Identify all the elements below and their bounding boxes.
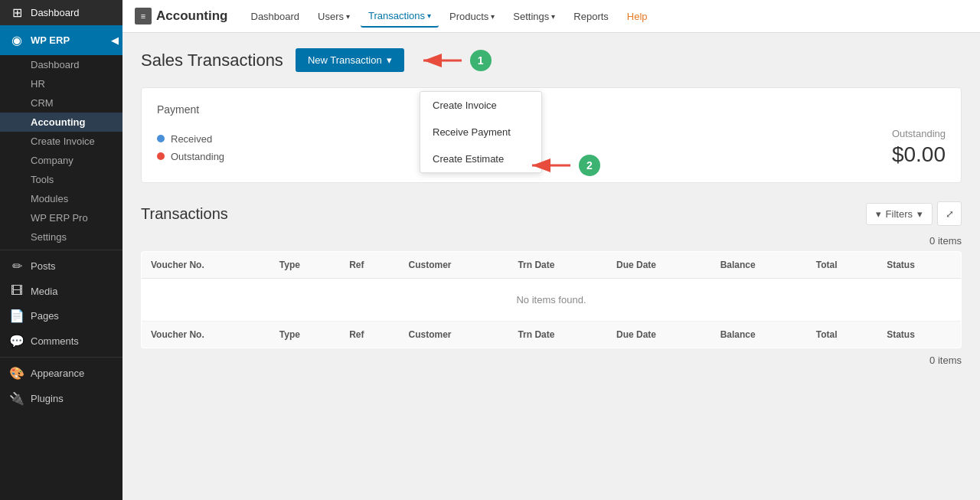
footer-col-due-date: Due Date bbox=[607, 322, 711, 348]
sidebar-item-dashboard[interactable]: ⊞ Dashboard bbox=[0, 0, 122, 25]
sidebar-item-posts[interactable]: ✏ Posts bbox=[0, 253, 122, 279]
sidebar-item-sub-wperp-pro[interactable]: WP ERP Pro bbox=[0, 208, 122, 227]
dropdown-receive-payment[interactable]: Receive Payment bbox=[420, 119, 541, 145]
outstanding-section: Outstanding $0.00 bbox=[892, 128, 946, 167]
topnav-products[interactable]: Products ▾ bbox=[442, 6, 502, 27]
accounting-logo-icon: ≡ bbox=[135, 8, 152, 25]
posts-icon: ✏ bbox=[9, 259, 24, 273]
topnav-reports[interactable]: Reports bbox=[566, 6, 616, 27]
new-transaction-dropdown-icon: ▾ bbox=[387, 54, 392, 66]
sidebar-item-media[interactable]: 🎞 Media bbox=[0, 279, 122, 303]
filters-button[interactable]: ▾ Filters ▾ bbox=[866, 203, 933, 225]
outstanding-amount: $0.00 bbox=[892, 142, 946, 167]
export-icon: ⤢ bbox=[946, 208, 954, 220]
sidebar-item-sub-accounting[interactable]: Accounting bbox=[0, 113, 122, 132]
sidebar-item-sub-tools[interactable]: Tools bbox=[0, 170, 122, 189]
payment-stats: Received Outstanding Outstanding $0.00 bbox=[157, 128, 946, 167]
filters-chevron-icon: ▾ bbox=[917, 208, 923, 220]
dropdown-create-estimate[interactable]: Create Estimate bbox=[420, 145, 541, 172]
col-trn-date: Trn Date bbox=[508, 252, 607, 279]
table-no-items-row: No items found. bbox=[142, 279, 962, 322]
filter-icon: ▾ bbox=[876, 208, 881, 220]
topnav-transactions[interactable]: Transactions ▾ bbox=[361, 5, 439, 28]
sidebar-item-appearance[interactable]: 🎨 Appearance bbox=[0, 361, 122, 386]
top-navigation: ≡ Accounting Dashboard Users ▾ Transacti… bbox=[122, 0, 980, 33]
filter-group: ▾ Filters ▾ ⤢ bbox=[866, 201, 962, 226]
table-footer-row: Voucher No. Type Ref Customer Trn Date D… bbox=[142, 322, 962, 348]
wperp-arrow-icon: ◀ bbox=[107, 25, 122, 55]
transactions-chevron-icon: ▾ bbox=[427, 11, 431, 20]
sidebar-item-sub-settings[interactable]: Settings bbox=[0, 227, 122, 247]
sidebar: ⊞ Dashboard ◉ WP ERP ◀ Dashboard HR CRM … bbox=[0, 0, 122, 500]
transactions-section-header: Transactions ▾ Filters ▾ ⤢ bbox=[141, 201, 962, 226]
sidebar-item-sub-dashboard[interactable]: Dashboard bbox=[0, 55, 122, 74]
table-header-row: Voucher No. Type Ref Customer Trn Date D… bbox=[142, 252, 962, 279]
users-chevron-icon: ▾ bbox=[346, 12, 350, 21]
settings-chevron-icon: ▾ bbox=[551, 12, 555, 21]
topnav-help[interactable]: Help bbox=[619, 6, 655, 27]
page-content: Sales Transactions New Transaction ▾ bbox=[122, 33, 980, 500]
sidebar-item-sub-create-invoice[interactable]: Create Invoice bbox=[0, 132, 122, 151]
payment-card-title: Payment bbox=[157, 103, 946, 116]
footer-col-trn-date: Trn Date bbox=[508, 322, 607, 348]
col-status: Status bbox=[877, 252, 961, 279]
footer-col-status: Status bbox=[877, 322, 961, 348]
footer-col-customer: Customer bbox=[400, 322, 509, 348]
sidebar-item-sub-company[interactable]: Company bbox=[0, 151, 122, 170]
products-chevron-icon: ▾ bbox=[491, 12, 495, 21]
col-customer: Customer bbox=[400, 252, 509, 279]
wperp-icon: ◉ bbox=[9, 33, 24, 47]
new-transaction-button[interactable]: New Transaction ▾ bbox=[296, 48, 404, 72]
sidebar-item-wperp[interactable]: ◉ WP ERP ◀ bbox=[0, 25, 122, 55]
col-ref: Ref bbox=[340, 252, 399, 279]
sidebar-item-sub-modules[interactable]: Modules bbox=[0, 189, 122, 208]
payment-card: Payment Received Outstanding Outstanding… bbox=[141, 87, 962, 183]
topnav-users[interactable]: Users ▾ bbox=[310, 6, 358, 27]
comments-icon: 💬 bbox=[9, 334, 24, 348]
new-transaction-dropdown: Create Invoice Receive Payment Create Es… bbox=[420, 91, 542, 173]
media-icon: 🎞 bbox=[9, 284, 24, 298]
outstanding-dot bbox=[157, 152, 165, 160]
main-content: ≡ Accounting Dashboard Users ▾ Transacti… bbox=[122, 0, 980, 500]
footer-col-ref: Ref bbox=[340, 322, 399, 348]
sidebar-item-sub-crm[interactable]: CRM bbox=[0, 93, 122, 113]
footer-col-type: Type bbox=[270, 322, 340, 348]
topnav-dashboard[interactable]: Dashboard bbox=[243, 6, 308, 27]
col-voucher: Voucher No. bbox=[142, 252, 270, 279]
outstanding-label: Outstanding bbox=[892, 128, 946, 139]
footer-col-balance: Balance bbox=[711, 322, 807, 348]
legend-received: Received bbox=[157, 133, 224, 145]
transactions-table: Voucher No. Type Ref Customer Trn Date D… bbox=[141, 251, 962, 348]
payment-legend: Received Outstanding bbox=[157, 133, 224, 162]
legend-outstanding: Outstanding bbox=[157, 151, 224, 162]
plugins-icon: 🔌 bbox=[9, 391, 24, 406]
sidebar-item-pages[interactable]: 📄 Pages bbox=[0, 303, 122, 328]
received-dot bbox=[157, 135, 165, 142]
footer-col-total: Total bbox=[807, 322, 877, 348]
dropdown-create-invoice[interactable]: Create Invoice bbox=[420, 92, 541, 119]
sidebar-item-comments[interactable]: 💬 Comments bbox=[0, 328, 122, 354]
dashboard-icon: ⊞ bbox=[9, 5, 24, 20]
sidebar-item-sub-hr[interactable]: HR bbox=[0, 74, 122, 93]
page-header: Sales Transactions New Transaction ▾ bbox=[141, 48, 962, 72]
transactions-title: Transactions bbox=[141, 205, 228, 223]
col-total: Total bbox=[807, 252, 877, 279]
col-due-date: Due Date bbox=[607, 252, 711, 279]
col-balance: Balance bbox=[711, 252, 807, 279]
topnav-settings[interactable]: Settings ▾ bbox=[505, 6, 563, 27]
col-type: Type bbox=[270, 252, 340, 279]
page-title: Sales Transactions bbox=[141, 51, 283, 70]
sidebar-item-plugins[interactable]: 🔌 Plugins bbox=[0, 386, 122, 411]
no-items-message: No items found. bbox=[142, 279, 962, 322]
items-count-bottom: 0 items bbox=[141, 355, 962, 366]
badge-1: 1 bbox=[470, 50, 492, 71]
footer-col-voucher: Voucher No. bbox=[142, 322, 270, 348]
pages-icon: 📄 bbox=[9, 309, 24, 323]
items-count-top: 0 items bbox=[141, 235, 962, 247]
appearance-icon: 🎨 bbox=[9, 366, 24, 381]
topnav-logo: ≡ Accounting bbox=[135, 8, 228, 25]
export-button[interactable]: ⤢ bbox=[937, 201, 962, 226]
arrow-1-svg bbox=[420, 49, 466, 72]
